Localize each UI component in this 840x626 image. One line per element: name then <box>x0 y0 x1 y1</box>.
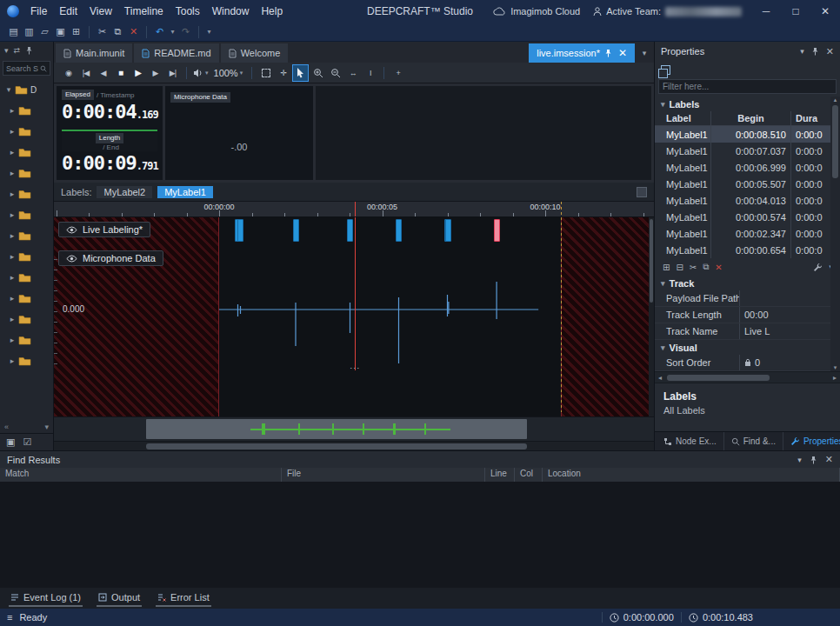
menu-tools[interactable]: Tools <box>170 2 206 21</box>
column-header-label[interactable]: Label <box>655 111 710 125</box>
scroll-down-icon[interactable]: ▾ <box>44 423 49 431</box>
grid-hscroll-thumb[interactable] <box>667 375 770 381</box>
fit-width-tool[interactable]: ↔ <box>345 65 360 81</box>
chevron-right-icon[interactable]: ▸ <box>9 190 16 198</box>
sync-icon[interactable]: ⇄ <box>14 46 21 55</box>
chevron-right-icon[interactable]: ▸ <box>9 169 16 177</box>
chevron-right-icon[interactable]: ▸ <box>9 252 16 261</box>
label-row[interactable]: MyLabel10:00:08.5100:00:0 <box>655 126 840 143</box>
find-column-line[interactable]: Line <box>485 468 515 482</box>
delete-label-icon[interactable]: ✕ <box>715 263 722 272</box>
chevron-right-icon[interactable]: ▸ <box>9 336 16 344</box>
grid-vscroll-thumb[interactable] <box>832 105 838 178</box>
close-panel-icon[interactable]: ✕ <box>825 454 833 465</box>
remove-label-icon[interactable]: ⊟ <box>676 263 683 272</box>
panel-tab-node-ex[interactable]: Node Ex... <box>657 432 724 450</box>
chevron-right-icon[interactable]: ▸ <box>9 315 16 323</box>
find-column-file[interactable]: File <box>282 468 485 482</box>
label-chip-mylabel2[interactable]: MyLabel2 <box>97 186 152 198</box>
section-track[interactable]: ▾ Track <box>655 276 840 290</box>
tab-main-imunit[interactable]: Main.imunit <box>56 43 132 63</box>
column-header-begin[interactable]: Begin <box>710 111 790 125</box>
skip-start-button[interactable]: |◀ <box>78 65 93 81</box>
pin-icon[interactable] <box>811 47 819 56</box>
prev-frame-button[interactable]: ◀ <box>96 65 110 81</box>
explorer-root-item[interactable]: ▾ D <box>0 79 53 100</box>
panel-tab-error-list[interactable]: Error List <box>156 589 211 607</box>
explorer-folder-item[interactable]: ▸ <box>0 267 53 288</box>
chevron-down-icon[interactable]: ▾ <box>5 85 12 94</box>
cut-label-icon[interactable]: ✂ <box>690 263 697 272</box>
undo-icon[interactable]: ↶ <box>153 25 166 39</box>
grid-horizontal-scrollbar[interactable]: ◂ ▸ <box>655 371 840 383</box>
pin-icon[interactable] <box>604 49 612 57</box>
section-visual[interactable]: ▾ Visual <box>655 340 840 355</box>
open-icon[interactable]: ▱ <box>38 25 51 39</box>
tab-welcome[interactable]: Welcome <box>221 43 289 63</box>
label-row[interactable]: MyLabel10:00:06.9990:00:0 <box>655 159 840 176</box>
menu-file[interactable]: File <box>24 2 53 21</box>
undo-caret-icon[interactable]: ▾ <box>169 25 177 39</box>
marquee-select-tool[interactable] <box>258 65 273 81</box>
menu-edit[interactable]: Edit <box>53 2 83 21</box>
panel-tab-properties[interactable]: Properties <box>783 432 840 450</box>
scroll-right-icon[interactable]: ▸ <box>830 374 840 382</box>
property-value[interactable]: Live L <box>739 323 840 339</box>
panel-tab-find[interactable]: Find &... <box>724 432 783 450</box>
track-vertical-scrollbar[interactable] <box>649 217 654 416</box>
add-label-icon[interactable]: ⊞ <box>663 263 670 272</box>
explorer-folder-item[interactable]: ▸ <box>0 350 53 371</box>
label-row[interactable]: MyLabel10:00:05.5070:00:0 <box>655 176 840 192</box>
layout-icon[interactable]: ▣ <box>6 436 15 448</box>
horizontal-scroll-thumb[interactable] <box>146 443 527 450</box>
label-marker[interactable] <box>347 219 353 242</box>
play-button[interactable]: ▶ <box>130 65 145 81</box>
scroll-left-icon[interactable]: « <box>4 423 9 431</box>
scroll-left-icon[interactable]: ◂ <box>655 374 665 382</box>
property-row[interactable]: Payload File Path <box>655 290 840 307</box>
property-value[interactable] <box>739 290 840 306</box>
find-column-match[interactable]: Match <box>0 468 282 482</box>
close-panel-icon[interactable]: ✕ <box>826 46 834 57</box>
playhead-handle[interactable]: ··· <box>350 363 360 372</box>
explorer-folder-item[interactable]: ▸ <box>0 183 53 204</box>
chevron-right-icon[interactable]: ▸ <box>9 210 16 219</box>
explorer-folder-item[interactable]: ▸ <box>0 142 53 163</box>
grid-vertical-scrollbar[interactable]: ▴ ▾ <box>830 97 840 371</box>
locate-playhead-button[interactable]: ◉ <box>61 65 76 81</box>
label-marker[interactable] <box>445 219 451 242</box>
add-tool[interactable]: + <box>390 65 405 81</box>
new-file-icon[interactable]: ▤ <box>7 25 20 39</box>
tab-live-imsession[interactable]: live.imsession* ✕ <box>529 43 635 63</box>
overflow-icon[interactable]: ▾ <box>205 25 213 39</box>
chevron-right-icon[interactable]: ▸ <box>9 127 16 136</box>
next-frame-button[interactable]: ▶ <box>148 65 163 81</box>
menu-help[interactable]: Help <box>255 2 289 21</box>
collapse-all-icon[interactable]: ▾ <box>4 46 9 55</box>
explorer-folder-item[interactable]: ▸ <box>0 288 53 309</box>
explorer-folder-item[interactable]: ▸ <box>0 225 53 246</box>
label-row[interactable]: MyLabel10:00:02.3470:00:0 <box>655 225 840 242</box>
maximize-icon[interactable]: □ <box>781 0 810 23</box>
overview-scrubber[interactable] <box>54 416 654 441</box>
label-chip-mylabel1[interactable]: MyLabel1 <box>157 186 213 198</box>
find-column-location[interactable]: Location <box>543 468 840 482</box>
status-menu-icon[interactable]: ≡ <box>7 612 12 623</box>
minimize-icon[interactable]: ─ <box>751 0 781 23</box>
save-icon[interactable]: ▣ <box>54 25 67 39</box>
panel-tab-output[interactable]: Output <box>97 589 142 607</box>
explorer-folder-item[interactable]: ▸ <box>0 204 53 225</box>
chevron-right-icon[interactable]: ▸ <box>9 294 16 303</box>
redo-icon[interactable]: ↷ <box>179 25 192 39</box>
copy-icon[interactable]: ⧉ <box>111 25 124 39</box>
close-tab-icon[interactable]: ✕ <box>618 47 627 59</box>
explorer-folder-item[interactable]: ▸ <box>0 163 53 183</box>
pin-icon[interactable] <box>810 456 817 464</box>
zoom-out-tool[interactable] <box>328 65 343 81</box>
menu-view[interactable]: View <box>83 2 118 21</box>
chevron-down-icon[interactable]: ▾ <box>797 456 802 464</box>
microphone-track-chip[interactable]: Microphone Data <box>58 250 163 266</box>
chevron-right-icon[interactable]: ▸ <box>9 356 16 365</box>
active-team-button[interactable]: Active Team: <box>590 6 745 17</box>
categorize-icon[interactable] <box>661 65 670 75</box>
